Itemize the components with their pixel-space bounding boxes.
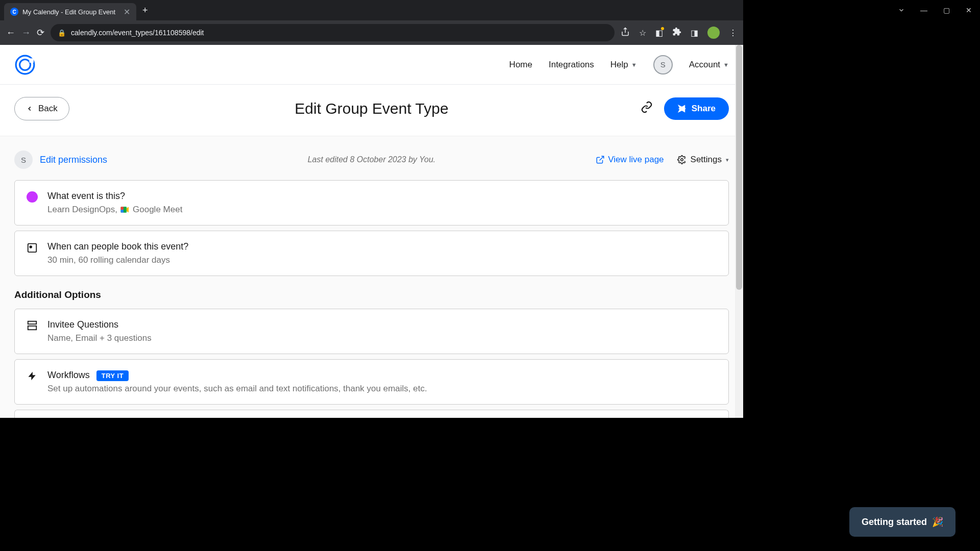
svg-rect-8 <box>28 244 37 253</box>
svg-point-3 <box>680 159 683 161</box>
gear-icon <box>677 155 687 164</box>
forward-nav-icon[interactable]: → <box>21 28 31 38</box>
window-controls: — ▢ ✕ <box>896 5 974 15</box>
event-color-dot-icon <box>27 191 38 203</box>
chevron-left-icon <box>26 105 33 112</box>
back-label: Back <box>38 104 58 114</box>
profile-avatar-icon[interactable] <box>707 27 720 39</box>
page-viewport: Home Integrations Help ▼ S Account ▼ Bac… <box>0 45 743 418</box>
card-subtitle: Set up automations around your events, s… <box>47 384 717 394</box>
edit-permissions-link[interactable]: Edit permissions <box>40 155 107 165</box>
google-meet-icon <box>120 206 130 213</box>
tab-search-icon[interactable] <box>896 5 906 15</box>
share-arrow-icon <box>677 104 687 113</box>
bookmark-icon[interactable]: ☆ <box>639 28 646 38</box>
share-button[interactable]: Share <box>664 97 729 120</box>
extension-badge-icon[interactable]: ◧ <box>655 28 663 38</box>
svg-rect-5 <box>121 207 124 210</box>
card-title: Invitee Questions <box>47 319 717 330</box>
card-title: When can people book this event? <box>47 241 717 252</box>
svg-rect-7 <box>124 207 127 212</box>
chevron-down-icon: ▼ <box>631 62 637 68</box>
tab-close-icon[interactable]: ✕ <box>124 7 130 17</box>
nav-home[interactable]: Home <box>509 60 532 70</box>
page-header: Back Edit Group Event Type Share <box>0 85 743 136</box>
reload-icon[interactable]: ⟳ <box>37 27 44 38</box>
calendly-logo-icon[interactable] <box>14 54 36 76</box>
new-tab-button[interactable]: + <box>142 5 148 16</box>
extensions-icon[interactable] <box>672 27 681 38</box>
nav-integrations[interactable]: Integrations <box>549 60 594 70</box>
url-input[interactable]: 🔒 calendly.com/event_types/161108598/edi… <box>51 24 615 41</box>
sidepanel-icon[interactable]: ◨ <box>691 28 698 38</box>
top-nav: Home Integrations Help ▼ S Account ▼ <box>0 45 743 85</box>
address-bar: ← → ⟳ 🔒 calendly.com/event_types/1611085… <box>0 20 743 45</box>
nav-help[interactable]: Help ▼ <box>610 60 637 70</box>
svg-rect-6 <box>121 210 124 213</box>
close-window-icon[interactable]: ✕ <box>964 5 974 15</box>
card-workflows[interactable]: Workflows TRY IT Set up automations arou… <box>14 359 729 405</box>
copy-link-icon[interactable] <box>641 101 653 116</box>
settings-dropdown[interactable]: Settings ▾ <box>677 155 729 165</box>
content-area: S Edit permissions Last edited 8 October… <box>0 136 743 418</box>
form-icon <box>26 319 38 332</box>
lock-icon: 🔒 <box>58 29 66 37</box>
svg-rect-11 <box>28 326 37 330</box>
meta-row: S Edit permissions Last edited 8 October… <box>14 151 729 169</box>
url-text: calendly.com/event_types/161108598/edit <box>71 29 204 37</box>
bolt-icon <box>26 370 38 382</box>
nav-avatar[interactable]: S <box>653 55 673 74</box>
share-url-icon[interactable] <box>621 27 630 38</box>
card-invitee-questions[interactable]: Invitee Questions Name, Email + 3 questi… <box>14 309 729 354</box>
card-when-book[interactable]: When can people book this event? 30 min,… <box>14 231 729 276</box>
chevron-down-icon: ▾ <box>726 157 729 163</box>
svg-point-1 <box>20 59 31 70</box>
card-subtitle: Name, Email + 3 questions <box>47 333 717 343</box>
maximize-icon[interactable]: ▢ <box>941 5 951 15</box>
tab-bar: C My Calendly - Edit Group Event ✕ + <box>0 0 743 20</box>
minimize-icon[interactable]: — <box>919 5 929 15</box>
card-subtitle: 30 min, 60 rolling calendar days <box>47 255 717 265</box>
card-title: What event is this? <box>47 191 717 202</box>
last-edited-text: Last edited 8 October 2023 by You. <box>308 155 436 164</box>
svg-rect-2 <box>29 58 33 62</box>
card-subtitle: Learn DesignOps, Google Meet <box>47 205 717 215</box>
card-notifications[interactable]: Notifications and Cancellation Policy <box>14 410 729 418</box>
external-link-icon <box>596 155 605 164</box>
nav-account[interactable]: Account ▼ <box>689 60 729 70</box>
svg-point-9 <box>30 246 32 248</box>
tab-title: My Calendly - Edit Group Event <box>22 8 115 16</box>
browser-tab[interactable]: C My Calendly - Edit Group Event ✕ <box>4 3 136 20</box>
card-what-event[interactable]: What event is this? Learn DesignOps, Goo… <box>14 180 729 226</box>
calendar-icon <box>26 241 38 254</box>
try-it-badge: TRY IT <box>96 370 129 381</box>
additional-options-heading: Additional Options <box>14 289 729 300</box>
svg-rect-10 <box>28 321 37 324</box>
browser-menu-icon[interactable]: ⋮ <box>729 28 737 38</box>
share-label: Share <box>692 104 716 114</box>
owner-avatar: S <box>14 151 33 169</box>
back-nav-icon[interactable]: ← <box>6 28 15 38</box>
page-title: Edit Group Event Type <box>295 100 448 117</box>
card-title: Workflows TRY IT <box>47 370 717 381</box>
chevron-down-icon: ▼ <box>723 62 729 68</box>
view-live-link[interactable]: View live page <box>596 155 664 165</box>
back-button[interactable]: Back <box>14 97 69 120</box>
calendly-favicon-icon: C <box>10 8 18 16</box>
